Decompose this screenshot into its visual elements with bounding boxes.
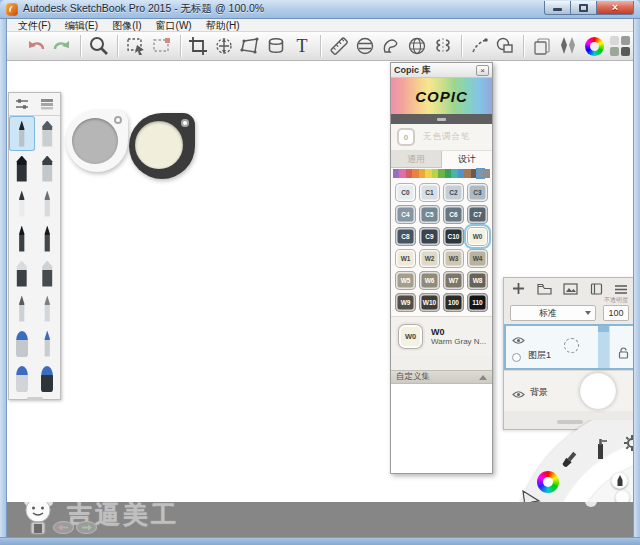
lagoon-pen-puck[interactable] [611,472,628,489]
copic-swatch-W2[interactable]: W2 [419,249,440,268]
menu-item-2[interactable]: 图像(I) [105,19,148,32]
brush-nib-pen[interactable] [9,291,35,326]
ellipse-guide-icon[interactable] [352,34,378,59]
copic-swatch-W5[interactable]: W5 [395,271,416,290]
french-curve-icon[interactable] [378,34,404,59]
custom-set-area[interactable] [391,384,492,473]
brush-chisel-marker[interactable] [35,151,61,186]
redo-icon[interactable] [49,34,75,59]
menu-item-1[interactable]: 编辑(E) [58,19,105,32]
blender-swatch[interactable]: 0 [397,128,415,146]
add-layer-icon[interactable] [512,281,525,299]
brush-rocket-pen[interactable] [35,291,61,326]
select-tool-icon[interactable] [123,34,149,59]
copic-badge-icon[interactable] [529,34,555,59]
minimize-button[interactable] [544,1,571,15]
layer1-color-tag[interactable] [512,353,521,362]
copic-swatch-C0[interactable]: C0 [395,183,416,202]
copic-swatch-C8[interactable]: C8 [395,227,416,246]
lagoon-airbrush-icon[interactable] [593,438,609,466]
copic-panel-titlebar[interactable]: Copic 库 × [391,63,492,78]
layer-folder-icon[interactable] [537,281,552,299]
brush-detail-brush[interactable] [35,221,61,256]
brush-ink-pen[interactable] [9,186,35,221]
undo-icon[interactable] [23,34,49,59]
menu-item-0[interactable]: 文件(F) [11,19,58,32]
background-visibility-eye-icon[interactable] [512,385,525,403]
deselect-tool-icon[interactable] [149,34,175,59]
layer-row-layer1[interactable]: 图层1 [504,324,633,370]
lagoon-redo-button[interactable] [76,521,97,534]
tab-design[interactable]: 设计 [441,151,492,168]
brush-blue-round-brush[interactable] [9,326,35,361]
background-thumbnail[interactable] [580,373,616,409]
copic-close-icon[interactable]: × [476,65,489,76]
colorless-blender-row[interactable]: 0 无色调合笔 [391,124,492,151]
tab-general[interactable]: 通用 [391,151,441,168]
fill-tool-icon[interactable] [263,34,289,59]
brush-needle-pen[interactable] [35,186,61,221]
copic-swatch-C9[interactable]: C9 [419,227,440,246]
import-image-icon[interactable] [563,281,578,299]
copic-swatch-W7[interactable]: W7 [443,271,464,290]
copic-swatch-W0[interactable]: W0 [467,227,488,246]
title-bar[interactable]: Autodesk SketchBook Pro 2015 - 无标题 @ 100… [0,0,640,19]
copic-swatch-C10[interactable]: C10 [443,227,464,246]
menu-item-3[interactable]: 窗口(W) [149,19,199,32]
copic-swatches-icon[interactable] [607,34,633,59]
perspective-tool-icon[interactable] [404,34,430,59]
color-puck[interactable] [129,113,195,179]
layer-library-icon[interactable] [590,281,603,299]
text-tool-icon[interactable]: T [289,34,315,59]
copic-collapse-bar[interactable] [391,114,492,124]
brush-panel-resize-handle[interactable] [27,397,43,400]
brush-sets-icon[interactable] [35,93,61,115]
lagoon-brush-icon[interactable] [560,450,578,474]
lagoon-undo-button[interactable] [53,521,74,534]
copic-swatch-C5[interactable]: C5 [419,205,440,224]
copic-swatch-W4[interactable]: W4 [467,249,488,268]
copic-swatch-100[interactable]: 100 [443,293,464,312]
lagoon-settings-gear-icon[interactable] [623,434,633,455]
drawing-canvas[interactable]: Copic 库 × COPIC 0 无色调合笔 通用 设计 C0C1C2C3C4… [7,61,633,502]
custom-set-header[interactable]: 自定义集 [391,370,492,384]
copic-swatch-W9[interactable]: W9 [395,293,416,312]
crop-tool-icon[interactable] [185,34,211,59]
copic-swatch-110[interactable]: 110 [467,293,488,312]
ruler-tool-icon[interactable] [326,34,352,59]
blend-mode-dropdown[interactable]: 标准 [510,305,596,321]
copic-swatch-W6[interactable]: W6 [419,271,440,290]
brush-blue-flat-brush[interactable] [9,361,35,396]
opacity-field[interactable]: 100 [603,305,629,321]
copic-swatch-C4[interactable]: C4 [395,205,416,224]
copic-swatch-W1[interactable]: W1 [395,249,416,268]
brush-blue-cone-brush[interactable] [35,326,61,361]
copic-swatch-W8[interactable]: W8 [467,271,488,290]
brush-pencil[interactable] [9,116,35,151]
brush-eraser-soft[interactable] [35,256,61,291]
close-button[interactable]: × [596,1,634,15]
layers-resize-handle[interactable] [557,420,583,424]
shapes-tool-icon[interactable] [493,34,519,59]
copic-swatch-C7[interactable]: C7 [467,205,488,224]
brush-blue-airbrush[interactable] [35,361,61,396]
brush-fan-brush[interactable] [35,116,61,151]
layer1-visibility-eye-icon[interactable] [512,331,525,349]
copic-swatch-C1[interactable]: C1 [419,183,440,202]
layer1-scroll-strip[interactable] [598,326,609,368]
stroke-tool-icon[interactable] [467,34,493,59]
copic-swatch-W3[interactable]: W3 [443,249,464,268]
menu-item-4[interactable]: 帮助(H) [199,19,247,32]
copic-swatch-C2[interactable]: C2 [443,183,464,202]
maximize-button[interactable] [570,1,597,15]
symmetry-tool-icon[interactable] [430,34,456,59]
copic-swatch-W10[interactable]: W10 [419,293,440,312]
brush-puck[interactable] [66,110,128,172]
brush-fine-pen[interactable] [9,221,35,256]
lagoon-color-puck[interactable] [615,490,630,502]
brush-palette-icon[interactable] [555,34,581,59]
transform-tool-icon[interactable] [237,34,263,59]
copic-swatch-C3[interactable]: C3 [467,183,488,202]
strip-color-14[interactable] [484,169,490,178]
brush-marker[interactable] [9,151,35,186]
